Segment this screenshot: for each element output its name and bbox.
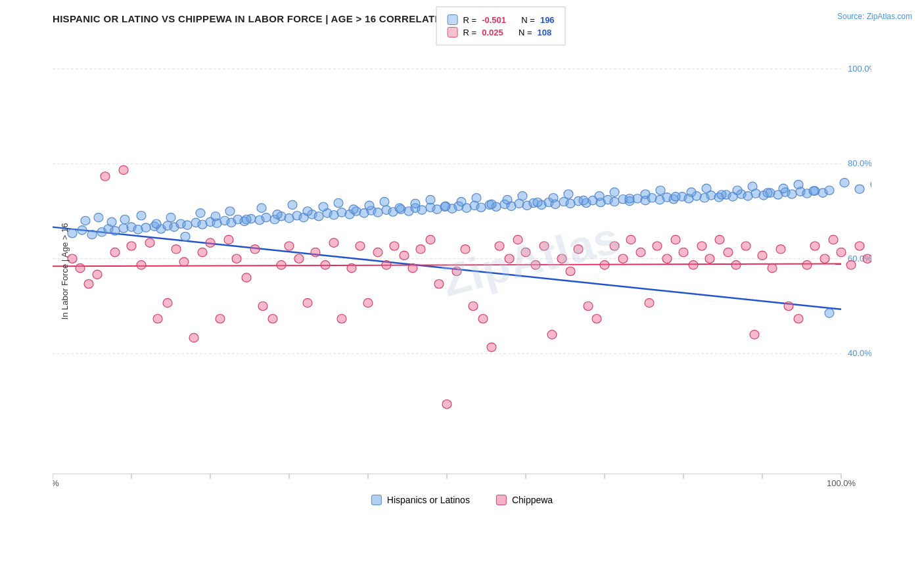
svg-point-214	[363, 298, 373, 307]
svg-point-129	[107, 217, 116, 226]
svg-point-249	[671, 235, 680, 244]
svg-point-187	[127, 242, 136, 250]
legend-swatch-blue	[448, 14, 458, 25]
svg-point-226	[469, 302, 478, 310]
svg-point-218	[400, 251, 409, 259]
svg-text:0.0%: 0.0%	[53, 479, 59, 489]
svg-point-181	[76, 263, 85, 272]
svg-point-209	[321, 261, 330, 269]
svg-point-173	[779, 184, 788, 192]
svg-point-158	[549, 194, 558, 202]
legend-r1-label: R =	[463, 15, 477, 25]
svg-point-33	[141, 223, 150, 232]
svg-point-210	[329, 238, 338, 247]
legend-label-chippewa: Chippewa	[512, 495, 553, 505]
legend-n1-label: N =	[521, 15, 535, 25]
svg-point-170	[733, 186, 742, 194]
svg-point-50	[262, 213, 271, 221]
svg-point-166	[671, 192, 680, 201]
svg-point-79	[476, 203, 486, 212]
svg-text:100.0%: 100.0%	[827, 479, 856, 489]
svg-point-188	[137, 261, 146, 269]
chart-container: HISPANIC OR LATINO VS CHIPPEWA IN LABOR …	[0, 0, 924, 586]
svg-point-97	[610, 197, 619, 206]
svg-point-159	[564, 190, 573, 198]
svg-point-183	[93, 270, 102, 279]
svg-point-167	[687, 188, 696, 196]
svg-point-151	[441, 202, 450, 210]
svg-point-144	[334, 198, 343, 207]
svg-point-268	[837, 248, 846, 256]
svg-point-213	[356, 242, 365, 250]
svg-text:80.0%: 80.0%	[848, 158, 871, 168]
svg-point-252	[697, 242, 706, 250]
svg-point-198	[224, 235, 233, 244]
svg-point-171	[748, 182, 757, 191]
source-label: Source: ZipAtlas.com	[837, 12, 912, 21]
svg-text:100.0%: 100.0%	[848, 64, 871, 74]
svg-point-182	[84, 280, 93, 288]
svg-point-162	[610, 188, 619, 196]
svg-point-140	[273, 210, 282, 219]
bottom-legend: Hispanics or Latinos Chippewa	[371, 495, 553, 505]
svg-point-215	[373, 248, 382, 256]
svg-point-131	[137, 212, 146, 220]
svg-point-189	[145, 238, 154, 247]
svg-point-270	[855, 242, 864, 250]
svg-point-262	[784, 302, 793, 310]
svg-point-157	[533, 198, 542, 206]
svg-point-245	[636, 248, 645, 256]
svg-point-265	[810, 242, 820, 250]
svg-point-260	[768, 263, 777, 272]
svg-point-154	[487, 200, 496, 208]
svg-point-29	[110, 227, 120, 235]
svg-point-244	[626, 235, 635, 244]
svg-point-176	[825, 309, 834, 317]
svg-point-264	[802, 261, 812, 269]
legend-r1-value: -0.501	[482, 15, 506, 25]
svg-point-251	[689, 261, 698, 269]
svg-point-200	[242, 273, 251, 282]
svg-point-179	[871, 180, 871, 189]
svg-point-137	[225, 207, 235, 215]
svg-point-161	[595, 192, 604, 200]
svg-point-25	[78, 226, 87, 235]
svg-text:ZipAtlas: ZipAtlas	[436, 213, 625, 306]
svg-point-208	[311, 248, 320, 256]
svg-point-130	[120, 215, 129, 223]
svg-point-190	[153, 314, 162, 323]
legend-swatch-pink-bottom	[496, 495, 507, 505]
svg-point-197	[216, 314, 225, 323]
svg-point-212	[347, 263, 356, 272]
legend-item-blue: Hispanics or Latinos	[371, 495, 470, 505]
svg-point-195	[198, 248, 207, 256]
svg-point-156	[518, 192, 527, 200]
svg-point-269	[846, 261, 856, 269]
svg-point-127	[81, 216, 90, 225]
svg-point-203	[268, 314, 277, 323]
svg-point-39	[183, 221, 192, 229]
svg-point-259	[758, 251, 767, 259]
svg-point-246	[645, 298, 654, 307]
svg-point-239	[584, 302, 593, 310]
svg-point-65	[373, 208, 382, 217]
svg-point-216	[382, 261, 391, 269]
svg-point-235	[547, 330, 557, 339]
svg-point-206	[294, 254, 304, 263]
legend-swatch-blue-bottom	[371, 495, 382, 505]
svg-point-253	[705, 254, 714, 263]
svg-point-169	[717, 191, 726, 199]
legend-label-hispanic: Hispanics or Latinos	[387, 495, 470, 505]
svg-point-202	[258, 302, 267, 310]
svg-point-136	[211, 212, 220, 220]
svg-point-250	[679, 248, 688, 256]
svg-point-26	[87, 230, 97, 238]
svg-point-186	[119, 166, 128, 174]
svg-point-148	[395, 204, 404, 212]
svg-point-139	[257, 204, 266, 212]
svg-point-267	[829, 235, 838, 244]
svg-point-177	[840, 178, 849, 187]
svg-point-146	[365, 201, 374, 210]
svg-point-263	[794, 314, 803, 323]
svg-point-207	[303, 298, 312, 307]
